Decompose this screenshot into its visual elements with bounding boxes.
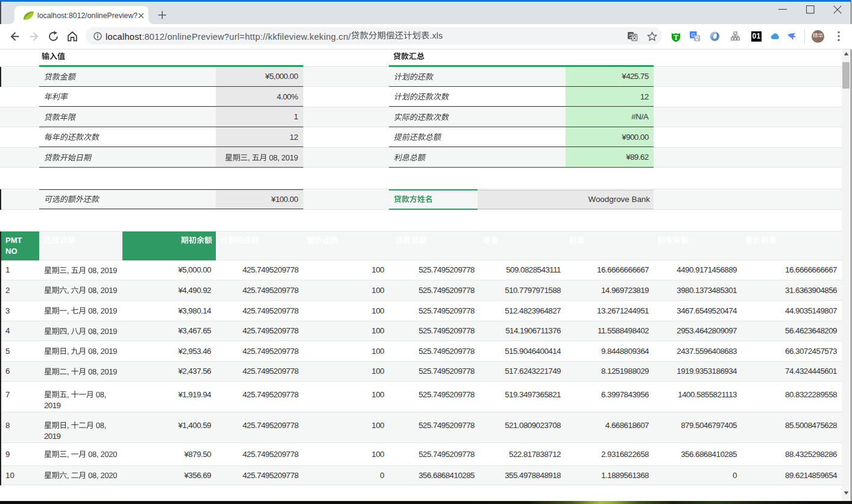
svg-text:T: T [674, 33, 678, 40]
